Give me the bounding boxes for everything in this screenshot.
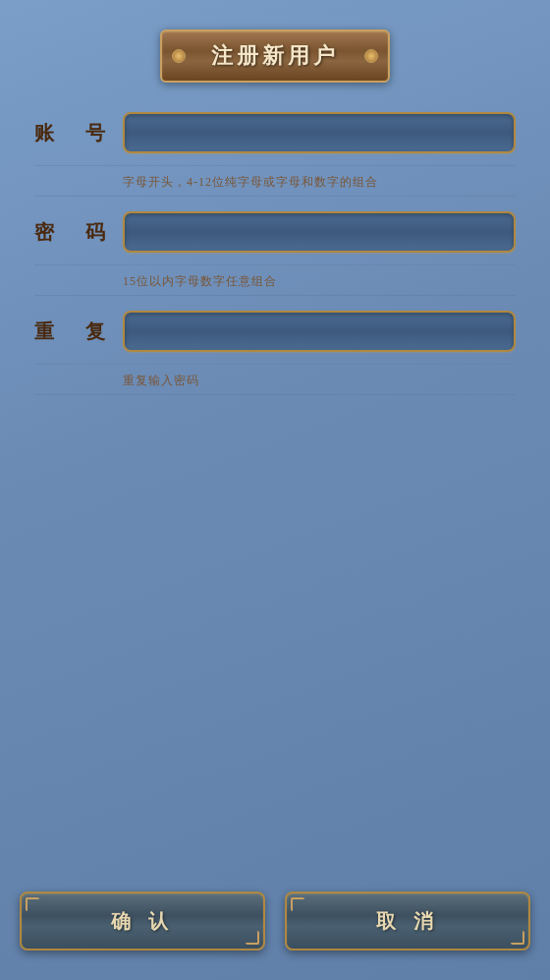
account-row: 账 号 xyxy=(34,112,516,166)
button-row: 确 认 取 消 xyxy=(20,892,530,951)
password-field-group: 密 码 15位以内字母数字任意组合 xyxy=(34,211,516,290)
password-hint: 15位以内字母数字任意组合 xyxy=(123,273,516,290)
confirm-input[interactable] xyxy=(123,311,516,352)
account-input[interactable] xyxy=(123,112,516,153)
page-container: 注册新用户 账 号 字母开头，4-12位纯字母或字母和数字的组合 密 码 15位… xyxy=(0,0,550,980)
confirm-row: 重 复 xyxy=(34,311,516,365)
confirm-field-group: 重 复 重复输入密码 xyxy=(34,311,516,389)
divider-2 xyxy=(34,295,516,296)
account-hint: 字母开头，4-12位纯字母或字母和数字的组合 xyxy=(123,174,516,191)
password-input[interactable] xyxy=(123,211,516,253)
divider-3 xyxy=(34,394,516,395)
confirm-button[interactable]: 确 认 xyxy=(20,892,265,951)
account-input-wrapper xyxy=(123,112,516,153)
title-banner: 注册新用户 xyxy=(160,29,390,83)
divider-1 xyxy=(34,196,516,197)
account-field-group: 账 号 字母开头，4-12位纯字母或字母和数字的组合 xyxy=(34,112,516,191)
password-row: 密 码 xyxy=(34,211,516,265)
password-input-wrapper xyxy=(123,211,516,253)
confirm-label: 重 复 xyxy=(34,318,113,345)
page-title: 注册新用户 xyxy=(211,43,339,68)
cancel-button[interactable]: 取 消 xyxy=(285,892,530,951)
account-label: 账 号 xyxy=(34,120,113,146)
form-container: 账 号 字母开头，4-12位纯字母或字母和数字的组合 密 码 15位以内字母数字… xyxy=(20,112,530,410)
confirm-input-wrapper xyxy=(123,311,516,352)
confirm-hint: 重复输入密码 xyxy=(123,373,516,389)
password-label: 密 码 xyxy=(34,219,113,246)
